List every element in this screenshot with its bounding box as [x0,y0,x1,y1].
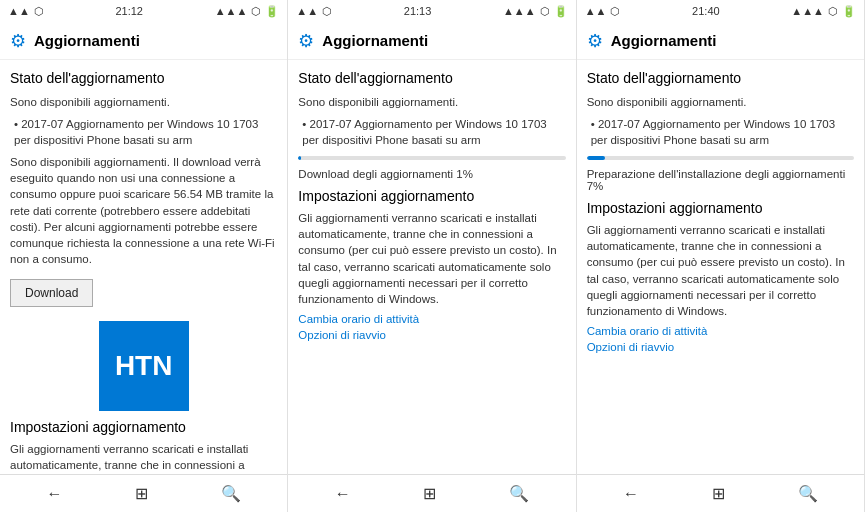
battery-icon-1: 🔋 [265,5,279,18]
signal2-icon-2: ▲▲▲ [503,5,536,17]
body-text-1: Sono disponibili aggiornamenti. Il downl… [10,154,277,267]
header-1: ⚙ Aggiornamenti [0,22,287,60]
settings-title-3: Impostazioni aggiornamento [587,200,854,216]
bullet-item-1: • 2017-07 Aggiornamento per Windows 10 1… [10,116,277,148]
content-2: Stato dell'aggiornamento Sono disponibil… [288,60,575,474]
link-restart-3[interactable]: Opzioni di riavvio [587,341,854,353]
status-right-3: ▲▲▲ ⬡ 🔋 [791,5,856,18]
home-button-3[interactable]: ⊞ [712,484,725,503]
time-2: 21:13 [404,5,432,17]
settings-title-2: Impostazioni aggiornamento [298,188,565,204]
section-title-2: Stato dell'aggiornamento [298,70,565,86]
status-bar-2: ▲▲ ⬡ 21:13 ▲▲▲ ⬡ 🔋 [288,0,575,22]
wifi2-icon-1: ⬡ [251,5,261,18]
wifi2-icon-2: ⬡ [540,5,550,18]
settings-text-1: Gli aggiornamenti verranno scaricati e i… [10,441,277,474]
panel-1: ▲▲ ⬡ 21:12 ▲▲▲ ⬡ 🔋 ⚙ Aggiornamenti Stato… [0,0,288,512]
status-bar-1: ▲▲ ⬡ 21:12 ▲▲▲ ⬡ 🔋 [0,0,287,22]
battery-icon-3: 🔋 [842,5,856,18]
status-left-2: ▲▲ ⬡ [296,5,332,18]
bottom-nav-1: ← ⊞ 🔍 [0,474,287,512]
wifi-icon-3: ⬡ [610,5,620,18]
progress-text-3: Preparazione dell'installazione degli ag… [587,168,854,192]
progress-text-2: Download degli aggiornamenti 1% [298,168,565,180]
bottom-nav-2: ← ⊞ 🔍 [288,474,575,512]
content-1: Stato dell'aggiornamento Sono disponibil… [0,60,287,474]
status-right-2: ▲▲▲ ⬡ 🔋 [503,5,568,18]
search-button-3[interactable]: 🔍 [798,484,818,503]
progress-fill-3 [587,156,606,160]
header-3: ⚙ Aggiornamenti [577,22,864,60]
section-title-3: Stato dell'aggiornamento [587,70,854,86]
search-button-2[interactable]: 🔍 [509,484,529,503]
progress-bar-2 [298,156,565,160]
bullet-item-2: • 2017-07 Aggiornamento per Windows 10 1… [298,116,565,148]
wifi-icon-2: ⬡ [322,5,332,18]
home-button-2[interactable]: ⊞ [423,484,436,503]
wifi2-icon-3: ⬡ [828,5,838,18]
htn-logo: HTN [99,321,189,411]
settings-text-2: Gli aggiornamenti verranno scaricati e i… [298,210,565,307]
gear-icon-2: ⚙ [298,30,314,52]
link-restart-2[interactable]: Opzioni di riavvio [298,329,565,341]
status-left-3: ▲▲ ⬡ [585,5,621,18]
search-button-1[interactable]: 🔍 [221,484,241,503]
status-left-1: ▲▲ ⬡ [8,5,44,18]
signal-icon-2: ▲▲ [296,5,318,17]
available-text-1: Sono disponibili aggiornamenti. [10,94,277,110]
signal-icon-1: ▲▲ [8,5,30,17]
time-3: 21:40 [692,5,720,17]
signal2-icon-1: ▲▲▲ [215,5,248,17]
download-button[interactable]: Download [10,279,93,307]
header-title-1: Aggiornamenti [34,32,140,49]
signal-icon-3: ▲▲ [585,5,607,17]
time-1: 21:12 [115,5,143,17]
status-right-1: ▲▲▲ ⬡ 🔋 [215,5,280,18]
back-button-3[interactable]: ← [623,485,639,503]
panel-2: ▲▲ ⬡ 21:13 ▲▲▲ ⬡ 🔋 ⚙ Aggiornamenti Stato… [288,0,576,512]
back-button-2[interactable]: ← [335,485,351,503]
progress-fill-2 [298,156,301,160]
available-text-2: Sono disponibili aggiornamenti. [298,94,565,110]
link-activity-2[interactable]: Cambia orario di attività [298,313,565,325]
content-3: Stato dell'aggiornamento Sono disponibil… [577,60,864,474]
battery-icon-2: 🔋 [554,5,568,18]
gear-icon-1: ⚙ [10,30,26,52]
settings-text-3: Gli aggiornamenti verranno scaricati e i… [587,222,854,319]
bottom-nav-3: ← ⊞ 🔍 [577,474,864,512]
home-button-1[interactable]: ⊞ [135,484,148,503]
header-title-2: Aggiornamenti [322,32,428,49]
link-activity-3[interactable]: Cambia orario di attività [587,325,854,337]
status-bar-3: ▲▲ ⬡ 21:40 ▲▲▲ ⬡ 🔋 [577,0,864,22]
header-title-3: Aggiornamenti [611,32,717,49]
signal2-icon-3: ▲▲▲ [791,5,824,17]
back-button-1[interactable]: ← [46,485,62,503]
settings-title-1: Impostazioni aggiornamento [10,419,277,435]
bullet-item-3: • 2017-07 Aggiornamento per Windows 10 1… [587,116,854,148]
wifi-icon-1: ⬡ [34,5,44,18]
gear-icon-3: ⚙ [587,30,603,52]
panel-3: ▲▲ ⬡ 21:40 ▲▲▲ ⬡ 🔋 ⚙ Aggiornamenti Stato… [577,0,865,512]
progress-bar-3 [587,156,854,160]
section-title-1: Stato dell'aggiornamento [10,70,277,86]
available-text-3: Sono disponibili aggiornamenti. [587,94,854,110]
header-2: ⚙ Aggiornamenti [288,22,575,60]
